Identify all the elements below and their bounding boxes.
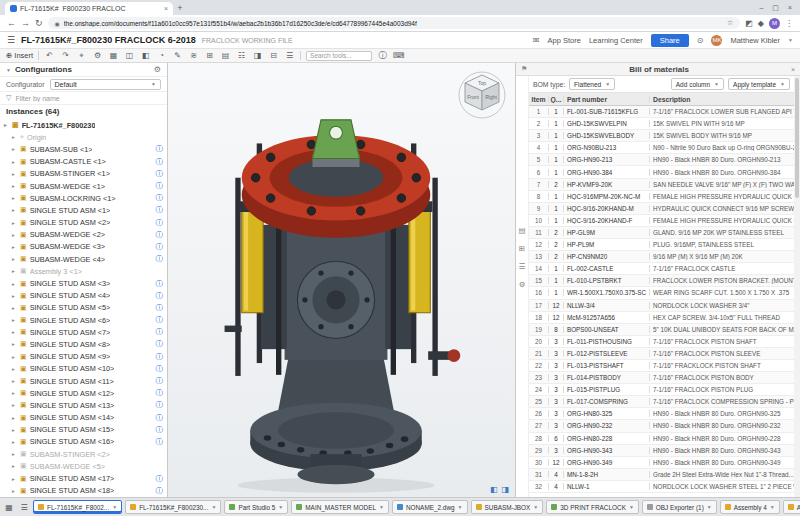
instance-row[interactable]: ▸ ▣ SUBASM-STINGER <2> ⓘ	[0, 448, 167, 460]
bom-row[interactable]: 14 1 FL-002-CASTLE 7-1/16" FRACLOCK CAST…	[529, 263, 794, 275]
tab-noname-2-dwg[interactable]: NONAME_2.dwg ▼	[392, 500, 468, 514]
window-close-icon[interactable]: ×	[788, 4, 792, 12]
expand-caret-icon[interactable]: ▸	[12, 268, 17, 274]
bom-row[interactable]: 11 2 HP-GL9M GLAND. 9/16 MP 20K WP STAIN…	[529, 227, 794, 239]
instance-row[interactable]: ▸ ▣ SINGLE STUD ASM <3> ⓘ	[0, 277, 167, 289]
instance-row[interactable]: ▸ ▣ SINGLE STUD ASM <13> ⓘ	[0, 399, 167, 411]
share-button[interactable]: Share	[651, 34, 689, 47]
bookmark-star-icon[interactable]: ☆	[727, 19, 733, 27]
mate-icon[interactable]: ⚙	[92, 51, 103, 60]
bom-row[interactable]: 2 1 GHD-15KSWVELPIN 15K SWIVEL PIN WITH …	[529, 118, 794, 130]
instance-row[interactable]: ▸ ▣ SUBASM-CASTLE <1> ⓘ	[0, 156, 167, 168]
expand-caret-icon[interactable]: ▸	[12, 427, 17, 433]
expand-caret-icon[interactable]: ▸	[12, 232, 17, 238]
notifications-icon[interactable]: ⊙	[697, 36, 704, 45]
tab-current-assembly[interactable]: FL-71615K#_F8002... ▼	[33, 500, 122, 514]
expand-caret-icon[interactable]: ▸	[12, 134, 17, 140]
expand-caret-icon[interactable]: ▸	[12, 207, 17, 213]
add-column-button[interactable]: Add column ▼	[671, 78, 724, 90]
expand-caret-icon[interactable]: ▸	[12, 366, 17, 372]
linear-pattern-icon[interactable]: ◧	[140, 51, 151, 60]
tab-main-master-model[interactable]: MAIN_MASTER MODEL ▼	[291, 500, 389, 514]
bom-row[interactable]: 15 1 FL-010-LPSTBRKT FRACLOCK LOWER PIST…	[529, 275, 794, 287]
tab-assembly-2[interactable]: FL-71615K#_F800230... ▼	[125, 500, 221, 514]
tab-assembly-4[interactable]: Assembly 4 ▼	[720, 500, 780, 514]
tab-manager-icon[interactable]: ▦	[3, 503, 15, 512]
tab-menu-caret-icon[interactable]: ▼	[211, 504, 216, 510]
tab-menu-caret-icon[interactable]: ▼	[379, 504, 384, 510]
browser-profile-avatar[interactable]: M	[769, 18, 780, 29]
instance-row[interactable]: ▸ ▣ SUBASM-WEDGE <5> ⓘ	[0, 460, 167, 472]
expand-caret-icon[interactable]: ▸	[12, 171, 17, 177]
bom-row[interactable]: 29 3 ORG-HN90-343 HN90 - Black HNBR 80 D…	[529, 445, 794, 457]
instance-row[interactable]: ▸ ▣ SINGLE STUD ASM <18> ⓘ	[0, 485, 167, 497]
tab-subasm-jbox[interactable]: SUBASM-JBOX ▼	[471, 500, 544, 514]
collapse-caret-icon[interactable]: ▼	[6, 67, 11, 73]
info-icon[interactable]: ⓘ	[156, 364, 164, 374]
bom-row[interactable]: 6 1 ORG-HN90-384 HN90 - Black HNBR 80 Du…	[529, 166, 794, 178]
column-header-part-number[interactable]: Part number	[564, 96, 650, 103]
info-icon[interactable]: ⓘ	[156, 437, 164, 447]
bom-row[interactable]: 20 3 FL-011-PISTHOUSING 7-1/16" FRACLOCK…	[529, 336, 794, 348]
instance-row[interactable]: ▸ ▣ SINGLE STUD ASM <11> ⓘ	[0, 375, 167, 387]
bom-row[interactable]: 28 6 ORG-HN80-228 HN90 - Black HNBR 80 D…	[529, 433, 794, 445]
instance-row[interactable]: ▸ ▣ SINGLE STUD ASM <10> ⓘ	[0, 363, 167, 375]
tab-list-icon[interactable]: ☰	[18, 503, 30, 512]
table-settings-icon[interactable]: ▤	[518, 226, 525, 235]
tab-menu-caret-icon[interactable]: ▼	[629, 504, 634, 510]
bom-settings-icon[interactable]: ⚙	[519, 280, 526, 289]
expand-caret-icon[interactable]: ▸	[12, 159, 17, 165]
instance-row[interactable]: ▸ ▣ SINGLE STUD ASM <15> ⓘ	[0, 424, 167, 436]
scrollbar-thumb[interactable]	[795, 78, 799, 198]
instance-row[interactable]: ▸ ▣ SUBASM-WEDGE <3> ⓘ	[0, 241, 167, 253]
info-icon[interactable]: ⓘ	[156, 474, 164, 484]
bom-row[interactable]: 4 1 ORG-N90BU-213 N90 - Nitrile 90 Duro …	[529, 142, 794, 154]
user-menu-caret-icon[interactable]: ▼	[788, 37, 793, 43]
instance-row[interactable]: ▸ ▣ SUBASM-WEDGE <2> ⓘ	[0, 229, 167, 241]
tab-3d-print-fraclock[interactable]: 3D PRINT FRACLOCK ▼	[546, 500, 639, 514]
bom-row[interactable]: 24 3 FL-015-PISTPLUG 7-1/16" FRACLOCK PI…	[529, 384, 794, 396]
appearance-icon[interactable]: ☰	[284, 51, 295, 60]
bom-row[interactable]: 1 1 FL-001-SUB-71615KFLG 7-1/16" FRACLOC…	[529, 106, 794, 118]
replicate-icon[interactable]: ◫	[124, 51, 135, 60]
bom-row[interactable]: 9 1 HQC-9/16-20KHAND-M HYDRAULIC QUICK C…	[529, 203, 794, 215]
info-icon[interactable]: ⓘ	[156, 169, 164, 179]
bom-row[interactable]: 3 1 GHD-15KSWVELBODY 15K SWIVEL BODY WIT…	[529, 130, 794, 142]
section-view-icon[interactable]: ◨	[252, 51, 263, 60]
info-icon[interactable]: ⓘ	[156, 327, 164, 337]
info-icon[interactable]: ⓘ	[156, 425, 164, 435]
insert-button[interactable]: ⊕ Insert	[6, 51, 33, 60]
info-icon[interactable]: ⓘ	[156, 339, 164, 349]
expand-caret-icon[interactable]: ▸	[12, 305, 17, 311]
learning-center-link[interactable]: Learning Center	[589, 36, 643, 45]
column-header-description[interactable]: Description	[650, 96, 794, 103]
expand-caret-icon[interactable]: ▸	[12, 220, 17, 226]
bom-row[interactable]: 17 12 NLLW-3/4 NORDLOCK LOCK WASHER 3/4"	[529, 300, 794, 312]
expand-caret-icon[interactable]: ▸	[4, 122, 9, 128]
gear-icon[interactable]: ⚙	[154, 65, 161, 74]
info-icon[interactable]: ⓘ	[156, 291, 164, 301]
expand-caret-icon[interactable]: ▸	[12, 390, 17, 396]
expand-caret-icon[interactable]: ▸	[12, 256, 17, 262]
instance-row[interactable]: ▸ ▣ SUBASM-SUB <1> ⓘ	[0, 143, 167, 155]
expand-caret-icon[interactable]: ▸	[12, 415, 17, 421]
info-icon[interactable]: ⓘ	[156, 193, 164, 203]
info-icon[interactable]: ⓘ	[156, 315, 164, 325]
view-settings-icon[interactable]: ◨	[501, 485, 509, 494]
exploded-view-icon[interactable]: ⊞	[204, 51, 215, 60]
info-icon[interactable]: ⓘ	[156, 218, 164, 228]
instance-row[interactable]: ▸ ▣ SINGLE STUD ASM <14> ⓘ	[0, 412, 167, 424]
user-avatar[interactable]: MK	[711, 35, 722, 46]
instance-row[interactable]: ▸ ▣ SINGLE STUD ASM <1> ⓘ	[0, 204, 167, 216]
tab-menu-caret-icon[interactable]: ▼	[278, 504, 283, 510]
info-icon[interactable]: ⓘ	[156, 388, 164, 398]
bom-row[interactable]: 26 3 ORG-HN80-325 HN90 - Black HNBR 80 D…	[529, 408, 794, 420]
interference-icon[interactable]: ≋	[188, 51, 199, 60]
view-cube[interactable]: Top Front Right	[455, 67, 509, 121]
filter-input[interactable]	[15, 93, 161, 103]
tab-menu-caret-icon[interactable]: ▼	[770, 504, 775, 510]
expand-caret-icon[interactable]: ▸	[12, 195, 17, 201]
bom-row[interactable]: 31 4 MN-1-8-2H Grade 2H Steel Extra-Wide…	[529, 469, 794, 481]
main-menu-icon[interactable]: ☰	[7, 35, 15, 45]
url-bar[interactable]: ◉ the.onshape.com/documents/f11a601c0cc9…	[48, 17, 741, 29]
